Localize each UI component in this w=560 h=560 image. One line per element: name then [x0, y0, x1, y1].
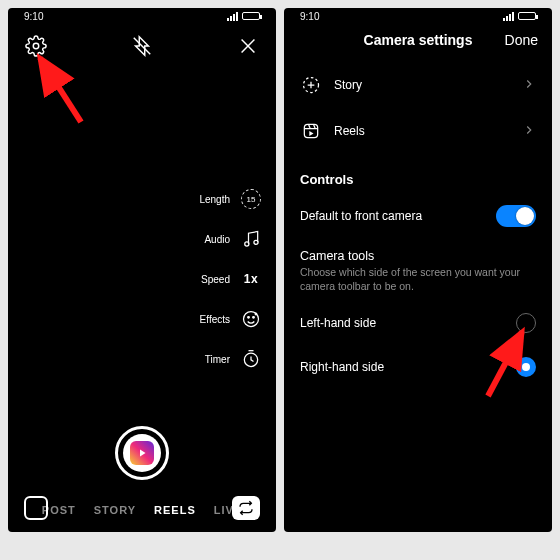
- battery-icon: [518, 12, 536, 20]
- reels-icon: [130, 441, 154, 465]
- status-bar: 9:10: [284, 8, 552, 22]
- tool-speed-label: Speed: [201, 274, 230, 285]
- left-hand-label: Left-hand side: [300, 316, 376, 330]
- camera-tools: Length 15 Audio Speed 1x Effects Timer: [199, 188, 262, 370]
- front-camera-label: Default to front camera: [300, 209, 422, 223]
- tool-speed[interactable]: Speed 1x: [199, 268, 262, 290]
- svg-point-6: [254, 240, 258, 244]
- right-hand-row[interactable]: Right-hand side: [284, 345, 552, 389]
- effects-icon: [240, 308, 262, 330]
- settings-row-story[interactable]: Story: [284, 62, 552, 108]
- tool-timer[interactable]: Timer: [199, 348, 262, 370]
- chevron-right-icon: [522, 123, 536, 140]
- tool-length[interactable]: Length 15: [199, 188, 262, 210]
- front-camera-row[interactable]: Default to front camera: [284, 193, 552, 239]
- status-time: 9:10: [300, 11, 319, 22]
- svg-rect-14: [304, 124, 317, 137]
- story-icon: [300, 74, 322, 96]
- left-hand-row[interactable]: Left-hand side: [284, 301, 552, 345]
- left-hand-radio[interactable]: [516, 313, 536, 333]
- svg-point-0: [33, 43, 39, 49]
- tool-audio-label: Audio: [204, 234, 230, 245]
- timer-icon: [240, 348, 262, 370]
- mode-reels[interactable]: REELS: [154, 504, 196, 516]
- reels-settings-icon: [300, 120, 322, 142]
- right-hand-radio[interactable]: [516, 357, 536, 377]
- settings-header: Camera settings Done: [284, 22, 552, 58]
- camera-screen: 9:10 Length: [8, 8, 276, 532]
- flash-off-icon[interactable]: [130, 34, 154, 58]
- tool-audio[interactable]: Audio: [199, 228, 262, 250]
- camera-settings-screen: 9:10 Camera settings Done Story: [284, 8, 552, 532]
- shutter-button[interactable]: [115, 426, 169, 480]
- battery-icon: [242, 12, 260, 20]
- camera-tools-header: Camera tools: [284, 239, 552, 265]
- settings-story-label: Story: [334, 78, 362, 92]
- svg-point-5: [245, 242, 249, 246]
- mode-story[interactable]: STORY: [94, 504, 136, 516]
- svg-point-9: [253, 317, 255, 319]
- status-icons: [503, 12, 536, 21]
- speed-value: 1x: [240, 268, 262, 290]
- svg-point-8: [248, 317, 250, 319]
- tool-length-label: Length: [199, 194, 230, 205]
- signal-icon: [503, 12, 514, 21]
- status-bar: 9:10: [8, 8, 276, 22]
- right-hand-label: Right-hand side: [300, 360, 384, 374]
- length-icon: 15: [240, 188, 262, 210]
- gear-icon[interactable]: [24, 34, 48, 58]
- camera-tools-sub: Choose which side of the screen you want…: [284, 265, 552, 301]
- status-time: 9:10: [24, 11, 43, 22]
- chevron-right-icon: [522, 77, 536, 94]
- controls-header: Controls: [284, 158, 552, 193]
- done-button[interactable]: Done: [505, 32, 538, 48]
- gallery-button[interactable]: [24, 496, 48, 520]
- svg-line-4: [40, 58, 81, 122]
- switch-camera-button[interactable]: [232, 496, 260, 520]
- status-icons: [227, 12, 260, 21]
- tool-timer-label: Timer: [205, 354, 230, 365]
- music-icon: [240, 228, 262, 250]
- tool-effects-label: Effects: [200, 314, 230, 325]
- front-camera-toggle[interactable]: [496, 205, 536, 227]
- settings-reels-label: Reels: [334, 124, 365, 138]
- tool-effects[interactable]: Effects: [199, 308, 262, 330]
- signal-icon: [227, 12, 238, 21]
- settings-row-reels[interactable]: Reels: [284, 108, 552, 154]
- close-icon[interactable]: [236, 34, 260, 58]
